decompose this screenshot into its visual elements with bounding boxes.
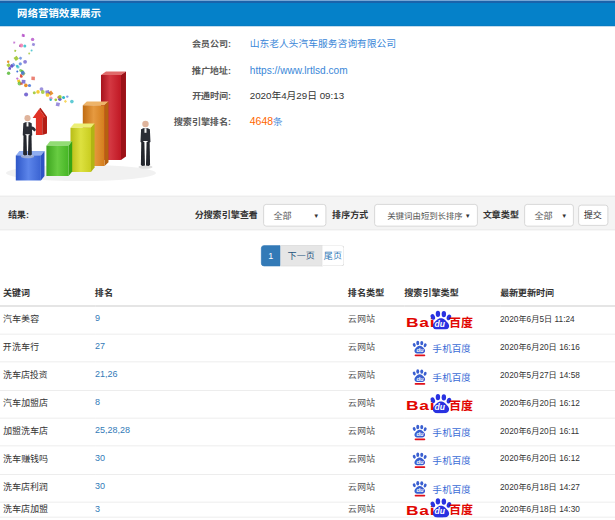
svg-text:百度: 百度 [449,396,473,413]
svg-text:du: du [416,459,424,465]
svg-text:手机百度: 手机百度 [432,342,470,356]
svg-text:du: du [416,431,424,437]
svg-text:du: du [416,375,424,381]
svg-text:du: du [416,487,424,493]
svg-text:手机百度: 手机百度 [432,425,470,439]
svg-text:du: du [416,347,424,353]
svg-text:手机百度: 手机百度 [432,370,470,384]
svg-text:百度: 百度 [449,312,473,329]
svg-text:du: du [435,402,446,412]
svg-text:百度: 百度 [449,500,473,517]
svg-text:du: du [435,318,446,328]
svg-text:手机百度: 手机百度 [432,481,470,495]
svg-text:手机百度: 手机百度 [432,453,470,467]
svg-text:du: du [435,506,446,516]
